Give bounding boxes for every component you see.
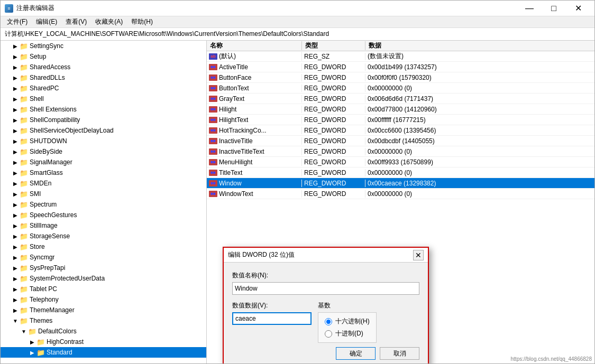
tree-item[interactable]: ▶ 📁 StorageSense xyxy=(1,231,206,241)
folder-icon: 📁 xyxy=(20,63,28,71)
reg-cell-name: ■■ActiveTitle xyxy=(207,63,302,71)
menu-edit[interactable]: 编辑(E) xyxy=(32,16,61,27)
registry-row[interactable]: ■■ActiveTitle REG_DWORD 0x00d1b499 (1374… xyxy=(207,62,594,72)
main-window: ≡ 注册表编辑器 — □ ✕ 文件(F) 编辑(E) 查看(V) 收藏夹(A) … xyxy=(0,0,595,364)
registry-row[interactable]: ■■WindowText REG_DWORD 0x00000000 (0) xyxy=(207,189,594,199)
dialog-cancel-button[interactable]: 取消 xyxy=(380,347,419,360)
registry-row[interactable]: ■■HotTrackingCo... REG_DWORD 0x00cc6600 … xyxy=(207,125,594,136)
tree-item[interactable]: ▶ 📁 Shell Extensions xyxy=(1,104,206,115)
registry-row[interactable]: ■■TitleText REG_DWORD 0x00000000 (0) xyxy=(207,167,594,178)
tree-item[interactable]: ▶ 📁 Standard xyxy=(1,347,206,358)
tree-item-label: ThemeManager xyxy=(30,306,75,314)
tree-item[interactable]: ▶ 📁 Tablet PC xyxy=(1,284,206,294)
folder-icon: 📁 xyxy=(20,169,28,176)
registry-row[interactable]: ■■Window REG_DWORD 0x00caeace (13298382) xyxy=(207,178,594,189)
tree-item[interactable]: ▶ 📁 Shell xyxy=(1,94,206,104)
reg-icon-dword: ■■ xyxy=(209,85,217,91)
tree-item[interactable]: ▶ 📁 Syncmgr xyxy=(1,252,206,263)
tree-item[interactable]: ▶ 📁 SharedPC xyxy=(1,83,206,94)
dialog-data-input[interactable] xyxy=(232,312,312,325)
folder-icon: 📁 xyxy=(36,338,45,346)
folder-icon: 📁 xyxy=(20,74,28,81)
tree-item[interactable]: ▶ 📁 Store xyxy=(1,241,206,252)
tree-arrow: ▼ xyxy=(20,329,28,334)
tree-item[interactable]: ▶ 📁 ThemeManager xyxy=(1,305,206,315)
close-button[interactable]: ✕ xyxy=(566,1,590,16)
reg-cell-data: 0x00000000 (0) xyxy=(365,148,594,155)
maximize-button[interactable]: □ xyxy=(542,1,566,16)
dialog-ok-button[interactable]: 确定 xyxy=(336,347,376,360)
radio-hex-label[interactable]: 十六进制(H) xyxy=(325,317,370,326)
dialog-close-button[interactable]: ✕ xyxy=(413,250,424,260)
dialog-radio-group: 十六进制(H) 十进制(D) xyxy=(318,312,377,343)
tree-item[interactable]: ▶ 📁 SideBySide xyxy=(1,146,206,157)
reg-cell-data: 0x00d77800 (14120960) xyxy=(365,106,594,113)
tree-item-label: SHUTDOWN xyxy=(30,137,67,145)
reg-cell-data: 0x00dbcdbf (14405055) xyxy=(365,137,594,145)
radio-dec-input[interactable] xyxy=(325,330,332,338)
menu-help[interactable]: 帮助(H) xyxy=(127,16,157,27)
tree-item[interactable]: ▶ 📁 StillImage xyxy=(1,220,206,231)
radio-hex-input[interactable] xyxy=(325,318,332,325)
reg-cell-type: REG_DWORD xyxy=(302,158,365,166)
tree-item[interactable]: ▶ 📁 SMDEn xyxy=(1,178,206,189)
tree-item[interactable]: ▶ 📁 Telephony xyxy=(1,294,206,305)
reg-cell-type: REG_DWORD xyxy=(302,74,365,81)
reg-cell-type: REG_DWORD xyxy=(302,169,365,176)
registry-row[interactable]: ab(默认) REG_SZ (数值未设置) xyxy=(207,51,594,62)
reg-icon-dword: ■■ xyxy=(209,148,217,155)
tree-item[interactable]: ▶ 📁 ShellCompatibility xyxy=(1,115,206,125)
tree-arrow: ▶ xyxy=(11,265,20,271)
tree-arrow: ▶ xyxy=(11,117,20,123)
registry-row[interactable]: ■■MenuHilight REG_DWORD 0x00ff9933 (1675… xyxy=(207,157,594,167)
tree-item[interactable]: ▶ 📁 SpeechGestures xyxy=(1,210,206,220)
folder-icon: 📁 xyxy=(20,201,28,208)
tree-item[interactable]: ▶ 📁 SmartGlass xyxy=(1,167,206,178)
reg-cell-name: ■■MenuHilight xyxy=(207,158,302,166)
reg-cell-type: REG_SZ xyxy=(302,53,365,60)
tree-item[interactable]: ▶ 📁 Setup xyxy=(1,51,206,62)
registry-row[interactable]: ■■ButtonFace REG_DWORD 0x00f0f0f0 (15790… xyxy=(207,72,594,83)
registry-row[interactable]: ■■GrayText REG_DWORD 0x006d6d6d (7171437… xyxy=(207,94,594,104)
breadcrumb: 计算机\HKEY_LOCAL_MACHINE\SOFTWARE\Microsof… xyxy=(1,28,594,41)
menu-favorites[interactable]: 收藏夹(A) xyxy=(91,16,127,27)
reg-cell-name: ■■Window xyxy=(207,180,302,187)
tree-item[interactable]: ▶ 📁 SignalManager xyxy=(1,157,206,167)
tree-item[interactable]: ▶ 📁 SystemProtectedUserData xyxy=(1,273,206,284)
dialog-name-input[interactable] xyxy=(232,282,419,295)
registry-row[interactable]: ■■ButtonText REG_DWORD 0x00000000 (0) xyxy=(207,83,594,94)
tree-item[interactable]: ▼ 📁 Themes xyxy=(1,315,206,326)
col-header-name: 名称 xyxy=(207,41,302,50)
tree-item[interactable]: ▶ 📁 SHUTDOWN xyxy=(1,136,206,146)
folder-icon: 📁 xyxy=(20,285,28,293)
tree-item[interactable]: ▼ 📁 DefaultColors xyxy=(1,326,206,337)
tree-item[interactable]: ▶ 📁 SharedDLLs xyxy=(1,72,206,83)
reg-cell-data: (数值未设置) xyxy=(365,52,594,61)
tree-item-label: ShellServiceObjectDelayLoad xyxy=(30,127,114,134)
tree-item[interactable]: ▶ 📁 HighContrast xyxy=(1,337,206,347)
registry-row[interactable]: ■■InactiveTitle REG_DWORD 0x00dbcdbf (14… xyxy=(207,136,594,146)
registry-row[interactable]: ■■InactiveTitleText REG_DWORD 0x00000000… xyxy=(207,146,594,157)
tree-item-label: HighContrast xyxy=(47,338,84,346)
menu-file[interactable]: 文件(F) xyxy=(3,16,32,27)
tree-item[interactable]: ▶ 📁 Spectrum xyxy=(1,199,206,210)
registry-row[interactable]: ■■HilightText REG_DWORD 0x00ffffff (1677… xyxy=(207,115,594,125)
tree-item[interactable]: ▶ 📁 SysPrepTapi xyxy=(1,263,206,273)
reg-icon-dword: ■■ xyxy=(209,106,217,113)
radio-dec-label[interactable]: 十进制(D) xyxy=(325,329,370,338)
registry-row[interactable]: ■■Hilight REG_DWORD 0x00d77800 (14120960… xyxy=(207,104,594,115)
folder-icon: 📁 xyxy=(20,254,28,261)
tree-arrow: ▶ xyxy=(11,276,20,282)
tree-item-label: ShellCompatibility xyxy=(30,116,80,124)
folder-icon: 📁 xyxy=(20,158,28,166)
reg-cell-name: ■■HilightText xyxy=(207,116,302,124)
tree-item-label: StillImage xyxy=(30,222,58,229)
folder-icon: 📁 xyxy=(20,296,28,303)
minimize-button[interactable]: — xyxy=(517,1,542,16)
tree-item[interactable]: ▶ 📁 ShellServiceObjectDelayLoad xyxy=(1,125,206,136)
tree-item[interactable]: ▶ 📁 SettingSync xyxy=(1,41,206,51)
tree-item[interactable]: ▶ 📁 SharedAccess xyxy=(1,62,206,72)
menu-view[interactable]: 查看(V) xyxy=(61,16,91,27)
tree-item[interactable]: ▶ 📁 SMI xyxy=(1,189,206,199)
title-bar: ≡ 注册表编辑器 — □ ✕ xyxy=(1,1,594,16)
